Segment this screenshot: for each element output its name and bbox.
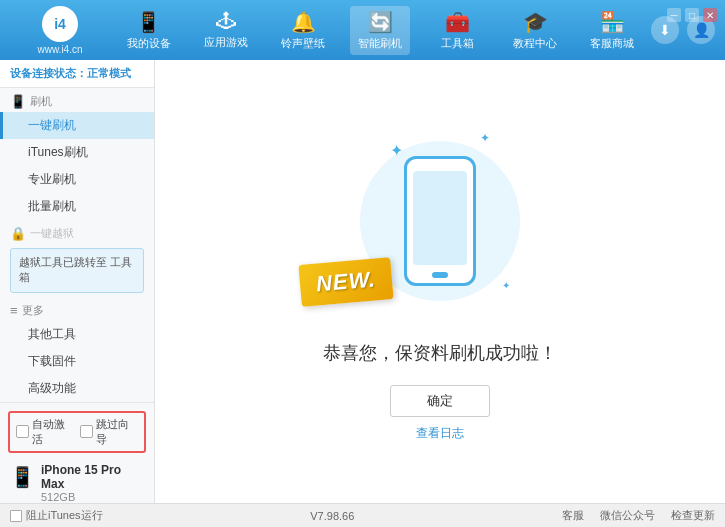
- auto-activate-label: 自动激活: [32, 417, 74, 447]
- new-text: NEW.: [315, 266, 377, 296]
- nav-toolbox-label: 工具箱: [441, 36, 474, 51]
- phone-body: [404, 156, 476, 286]
- toolbox-icon: 🧰: [445, 10, 470, 34]
- device-item: 📱 iPhone 15 Pro Max 512GB iPhone: [8, 459, 146, 503]
- flash-section-icon: 📱: [10, 94, 26, 109]
- nav-smart-flash[interactable]: 🔄 智能刷机: [350, 6, 410, 55]
- footer-link-wechat[interactable]: 微信公众号: [600, 508, 655, 523]
- jailbreak-icon: 🔒: [10, 226, 26, 241]
- footer-link-service[interactable]: 客服: [562, 508, 584, 523]
- sidebar-bottom: 自动激活 跳过向导 📱 iPhone 15 Pro Max 512GB iPho…: [0, 402, 154, 503]
- minimize-button[interactable]: ─: [667, 8, 681, 22]
- window-controls: ─ □ ✕: [667, 8, 717, 22]
- service-icon: 🏪: [600, 10, 625, 34]
- success-message: 恭喜您，保资料刷机成功啦！: [323, 341, 557, 365]
- sidebar-download-firmware[interactable]: 下载固件: [0, 348, 154, 375]
- nav-tutorial-label: 教程中心: [513, 36, 557, 51]
- flash-section-label: 📱 刷机: [0, 88, 154, 112]
- itunes-label: 阻止iTunes运行: [26, 508, 103, 523]
- guide-activate-checkbox-item[interactable]: 跳过向导: [80, 417, 138, 447]
- nav-service-label: 客服商城: [590, 36, 634, 51]
- status-bar: 设备连接状态：正常模式: [0, 60, 154, 88]
- nav-smart-flash-label: 智能刷机: [358, 36, 402, 51]
- itunes-checkbox[interactable]: [10, 510, 22, 522]
- device-info: iPhone 15 Pro Max 512GB iPhone: [41, 463, 144, 503]
- sidebar-batch-flash[interactable]: 批量刷机: [0, 193, 154, 220]
- footer-links: 客服 微信公众号 检查更新: [562, 508, 715, 523]
- nav-ringtones-label: 铃声壁纸: [281, 36, 325, 51]
- guide-activate-checkbox[interactable]: [80, 425, 93, 438]
- new-banner: NEW.: [298, 257, 393, 307]
- content-area: NEW. ✦ ✦ ✦ 恭喜您，保资料刷机成功啦！ 确定 查看日志: [155, 60, 725, 503]
- sidebar-advanced[interactable]: 高级功能: [0, 375, 154, 402]
- more-section-text: 更多: [22, 303, 44, 318]
- my-device-icon: 📱: [136, 10, 161, 34]
- ringtones-icon: 🔔: [291, 10, 316, 34]
- footer-left: 阻止iTunes运行: [10, 508, 103, 523]
- logo-subtitle: www.i4.cn: [37, 44, 82, 55]
- auto-activate-row: 自动激活 跳过向导: [8, 411, 146, 453]
- apps-games-icon: 🕹: [216, 10, 236, 33]
- guide-activate-label: 跳过向导: [96, 417, 138, 447]
- sidebar-itunes-flash[interactable]: iTunes刷机: [0, 139, 154, 166]
- smart-flash-icon: 🔄: [368, 10, 393, 34]
- jailbreak-section-label: 🔒 一键越狱: [0, 220, 154, 244]
- nav-toolbox[interactable]: 🧰 工具箱: [428, 6, 488, 55]
- confirm-button[interactable]: 确定: [390, 385, 490, 417]
- logo: i4 www.i4.cn: [10, 6, 110, 55]
- nav-my-device-label: 我的设备: [127, 36, 171, 51]
- more-section-label: ≡ 更多: [0, 297, 154, 321]
- nav-apps-games[interactable]: 🕹 应用游戏: [196, 6, 256, 54]
- status-value: 正常模式: [87, 67, 131, 79]
- auto-activate-checkbox-item[interactable]: 自动激活: [16, 417, 74, 447]
- sparkle-1: ✦: [390, 141, 403, 160]
- nav-ringtones[interactable]: 🔔 铃声壁纸: [273, 6, 333, 55]
- more-section-icon: ≡: [10, 303, 18, 318]
- sidebar-pro-flash[interactable]: 专业刷机: [0, 166, 154, 193]
- flash-section-text: 刷机: [30, 94, 52, 109]
- phone-screen: [413, 171, 467, 265]
- jailbreak-label: 一键越狱: [30, 226, 74, 241]
- device-storage: 512GB: [41, 491, 144, 503]
- sidebar-other-tools[interactable]: 其他工具: [0, 321, 154, 348]
- sidebar: 设备连接状态：正常模式 📱 刷机 一键刷机 iTunes刷机 专业刷机 批量刷机…: [0, 60, 155, 503]
- status-label: 设备连接状态：: [10, 67, 87, 79]
- maximize-button[interactable]: □: [685, 8, 699, 22]
- log-link[interactable]: 查看日志: [416, 425, 464, 442]
- nav-items: 📱 我的设备 🕹 应用游戏 🔔 铃声壁纸 🔄 智能刷机 🧰 工具箱 🎓: [110, 6, 651, 55]
- close-button[interactable]: ✕: [703, 8, 717, 22]
- top-navigation: i4 www.i4.cn 📱 我的设备 🕹 应用游戏 🔔 铃声壁纸 🔄 智能刷机: [0, 0, 725, 60]
- footer-link-update[interactable]: 检查更新: [671, 508, 715, 523]
- device-name: iPhone 15 Pro Max: [41, 463, 144, 491]
- footer: 阻止iTunes运行 V7.98.66 客服 微信公众号 检查更新: [0, 503, 725, 527]
- logo-icon: i4: [42, 6, 78, 42]
- sidebar-one-key-flash[interactable]: 一键刷机: [0, 112, 154, 139]
- nav-service[interactable]: 🏪 客服商城: [582, 6, 642, 55]
- tutorial-icon: 🎓: [523, 10, 548, 34]
- nav-my-device[interactable]: 📱 我的设备: [119, 6, 179, 55]
- nav-apps-label: 应用游戏: [204, 35, 248, 50]
- sparkle-3: ✦: [502, 280, 510, 291]
- jailbreak-notice: 越狱工具已跳转至 工具箱: [10, 248, 144, 293]
- footer-version: V7.98.66: [123, 510, 542, 522]
- device-phone-icon: 📱: [10, 465, 35, 489]
- success-illustration: NEW. ✦ ✦ ✦: [330, 121, 550, 321]
- auto-activate-checkbox[interactable]: [16, 425, 29, 438]
- main-layout: 设备连接状态：正常模式 📱 刷机 一键刷机 iTunes刷机 专业刷机 批量刷机…: [0, 60, 725, 503]
- phone-home-button: [432, 272, 448, 278]
- nav-tutorial[interactable]: 🎓 教程中心: [505, 6, 565, 55]
- sparkle-2: ✦: [480, 131, 490, 145]
